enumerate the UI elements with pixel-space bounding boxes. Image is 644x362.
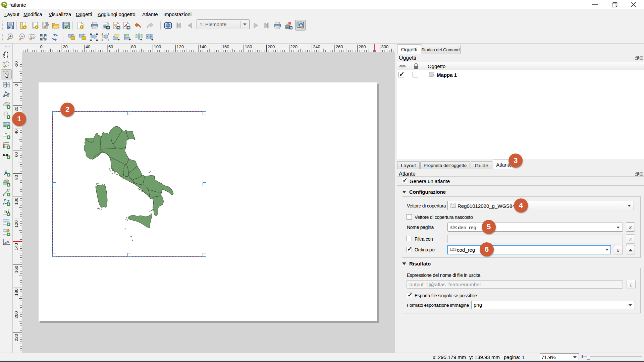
svg-text:200: 200 <box>268 44 275 49</box>
svg-text:140: 140 <box>199 44 207 49</box>
svg-text:0: 0 <box>40 44 43 49</box>
svg-text:180: 180 <box>245 44 252 49</box>
svg-text:240: 240 <box>313 44 320 49</box>
svg-text:60: 60 <box>108 44 113 49</box>
svg-text:40: 40 <box>86 44 90 49</box>
svg-text:120: 120 <box>176 44 184 49</box>
svg-text:300: 300 <box>381 44 389 49</box>
svg-text:220: 220 <box>14 334 19 341</box>
svg-text:20: 20 <box>14 107 19 111</box>
svg-text:60: 60 <box>14 152 19 157</box>
svg-text:0: 0 <box>14 84 19 86</box>
svg-text:100: 100 <box>14 198 19 205</box>
svg-text:-20: -20 <box>14 61 19 68</box>
svg-text:40: 40 <box>14 129 19 134</box>
svg-text:260: 260 <box>336 44 343 49</box>
svg-text:N: N <box>5 170 7 173</box>
svg-text:180: 180 <box>14 289 19 296</box>
svg-text:80: 80 <box>14 175 19 180</box>
svg-text:1:1: 1:1 <box>31 35 35 38</box>
svg-text:100: 100 <box>154 44 161 49</box>
svg-text:200: 200 <box>14 311 19 319</box>
svg-text:280: 280 <box>359 44 366 49</box>
svg-text:120: 120 <box>14 220 19 228</box>
svg-text:20: 20 <box>63 44 67 49</box>
svg-text:160: 160 <box>222 44 229 49</box>
svg-text:160: 160 <box>14 266 19 273</box>
svg-text:220: 220 <box>290 44 298 49</box>
svg-text:140: 140 <box>14 243 19 250</box>
svg-text:80: 80 <box>131 44 136 49</box>
